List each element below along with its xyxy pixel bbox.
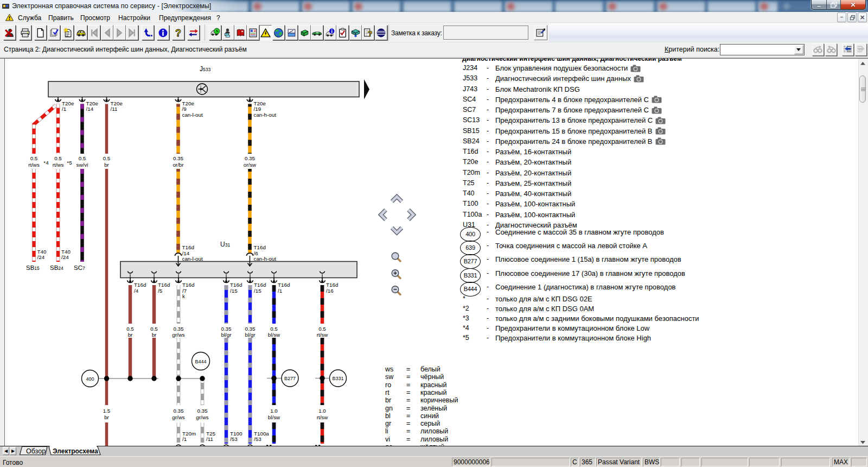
svg-text:*4: *4 [43, 160, 49, 166]
svg-text:B331: B331 [332, 376, 343, 381]
svg-text:?: ? [175, 28, 181, 38]
svg-text:/4: /4 [134, 288, 139, 294]
svg-text:rt/ws: rt/ws [28, 162, 40, 168]
svg-text:/24: /24 [37, 254, 45, 260]
svg-text:B444: B444 [195, 359, 206, 364]
svg-text:0.5: 0.5 [30, 155, 38, 161]
svg-text:SB15: SB15 [26, 264, 40, 271]
svg-text:T20e: T20e [111, 100, 123, 106]
svg-text:/1: /1 [62, 106, 66, 112]
svg-text:T16d: T16d [134, 282, 146, 288]
svg-text:gr/ws: gr/ws [196, 414, 209, 420]
svg-text:T16d: T16d [182, 282, 194, 288]
svg-text:0.35: 0.35 [173, 326, 184, 332]
svg-text:T20m: T20m [182, 431, 196, 437]
svg-text:T20e: T20e [182, 100, 195, 106]
svg-text:0.5: 0.5 [150, 326, 158, 332]
svg-text:400: 400 [86, 376, 94, 382]
svg-text:/7: /7 [182, 288, 187, 294]
svg-text:1.0: 1.0 [270, 408, 278, 414]
svg-text:T25: T25 [206, 431, 215, 437]
svg-text:1.5: 1.5 [103, 408, 111, 414]
svg-text:0.5: 0.5 [54, 155, 62, 161]
svg-text:/1: /1 [182, 436, 187, 442]
svg-text:SB24: SB24 [50, 264, 63, 271]
svg-text:SC7: SC7 [74, 264, 85, 271]
svg-text:Обзор: Обзор [26, 447, 46, 455]
svg-text:0.35: 0.35 [221, 326, 232, 332]
svg-text:T16d: T16d [158, 282, 170, 288]
svg-text:gr/ws: gr/ws [172, 332, 185, 338]
svg-text:bl/gr: bl/gr [221, 332, 232, 338]
svg-text:or/br: or/br [173, 162, 184, 168]
svg-text:/53: /53 [254, 436, 261, 442]
svg-text:bl/gr: bl/gr [245, 332, 256, 338]
svg-text:0.35: 0.35 [173, 408, 184, 414]
svg-text:can-h-out: can-h-out [254, 112, 277, 118]
svg-text:T16d: T16d [230, 282, 242, 288]
svg-text:T100a: T100a [254, 431, 269, 437]
svg-text:0.5: 0.5 [126, 326, 134, 332]
svg-text:?: ? [368, 29, 373, 38]
svg-text:br: br [104, 162, 109, 168]
svg-text:br: br [128, 332, 133, 338]
svg-text:bl/sw: bl/sw [268, 414, 280, 420]
svg-text:T20e: T20e [86, 100, 99, 106]
svg-text:k: k [182, 293, 185, 299]
svg-text:/19: /19 [254, 106, 261, 112]
svg-text:/11: /11 [206, 436, 213, 442]
svg-text:gr/ws: gr/ws [172, 414, 185, 420]
svg-text:T40: T40 [37, 249, 47, 255]
svg-text:/53: /53 [230, 436, 238, 442]
svg-text:rt/sw: rt/sw [317, 332, 329, 338]
svg-text:Электросхема: Электросхема [53, 447, 98, 455]
svg-text:0.5: 0.5 [103, 155, 111, 161]
svg-text:/9: /9 [182, 106, 187, 112]
svg-text:or/sw: or/sw [244, 162, 257, 168]
svg-text:T16d: T16d [326, 282, 338, 288]
svg-text:/1: /1 [278, 288, 282, 294]
svg-text:bl/sw: bl/sw [268, 332, 280, 338]
svg-text:T100: T100 [230, 431, 242, 437]
svg-text:br: br [152, 332, 157, 338]
svg-text:/15: /15 [254, 288, 261, 294]
svg-text:rt/sw: rt/sw [317, 414, 329, 420]
svg-text:T16d: T16d [254, 244, 266, 250]
svg-text:/14: /14 [182, 250, 190, 256]
svg-text:0.35: 0.35 [245, 326, 256, 332]
svg-text:U31: U31 [220, 241, 230, 248]
svg-text:sw/vi: sw/vi [76, 162, 88, 168]
svg-text:T16d: T16d [254, 282, 266, 288]
svg-text:/15: /15 [230, 288, 238, 294]
svg-text:0.35: 0.35 [197, 408, 208, 414]
svg-text:T16d: T16d [182, 244, 194, 250]
svg-text:/14: /14 [86, 106, 94, 112]
svg-text:/6: /6 [254, 250, 259, 256]
svg-text:/5: /5 [158, 288, 163, 294]
svg-text:rt/ws: rt/ws [53, 162, 64, 168]
svg-text:T16d: T16d [278, 282, 290, 288]
svg-text:0.5: 0.5 [270, 326, 278, 332]
svg-text:T40: T40 [61, 249, 71, 255]
svg-text:/11: /11 [111, 106, 118, 112]
svg-text:*5: *5 [67, 160, 72, 166]
svg-text:B277: B277 [284, 376, 296, 381]
svg-text:can-l-out: can-l-out [182, 256, 203, 262]
svg-text:0.5: 0.5 [79, 155, 86, 161]
svg-text:1.0: 1.0 [318, 408, 326, 414]
svg-text:can-l-out: can-l-out [182, 112, 203, 118]
svg-text:J533: J533 [200, 65, 210, 73]
svg-text:br: br [104, 414, 109, 420]
svg-text:T20e: T20e [254, 100, 266, 106]
svg-text:0.35: 0.35 [173, 155, 184, 161]
svg-text:/24: /24 [61, 254, 69, 260]
svg-text:can-h-out: can-h-out [254, 256, 277, 262]
svg-text:0.5: 0.5 [318, 326, 326, 332]
svg-text:T20e: T20e [62, 100, 74, 106]
svg-text:/16: /16 [326, 288, 334, 294]
svg-text:0.35: 0.35 [245, 155, 256, 161]
